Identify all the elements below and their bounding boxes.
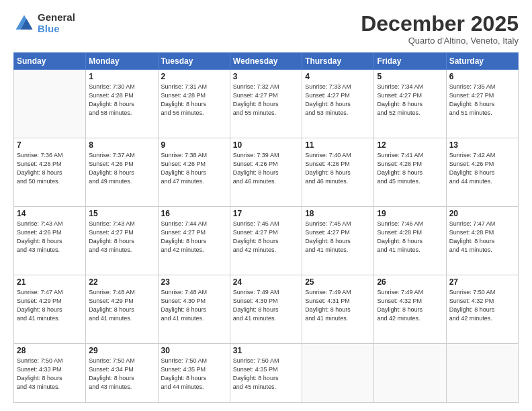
calendar-cell: 1Sunrise: 7:30 AM Sunset: 4:28 PM Daylig… xyxy=(86,70,158,138)
day-number: 2 xyxy=(161,72,227,81)
logo-general: General xyxy=(38,12,75,24)
calendar-cell: 21Sunrise: 7:47 AM Sunset: 4:29 PM Dayli… xyxy=(14,275,86,344)
week-row-1: 1Sunrise: 7:30 AM Sunset: 4:28 PM Daylig… xyxy=(14,70,519,138)
day-number: 31 xyxy=(233,346,299,355)
logo-blue: Blue xyxy=(38,24,75,35)
calendar-cell xyxy=(302,343,374,402)
day-number: 5 xyxy=(377,72,443,81)
day-number: 22 xyxy=(89,277,154,287)
calendar-cell: 16Sunrise: 7:44 AM Sunset: 4:27 PM Dayli… xyxy=(158,207,230,275)
day-info: Sunrise: 7:49 AM Sunset: 4:32 PM Dayligh… xyxy=(377,288,443,323)
logo-text: General Blue xyxy=(38,12,75,34)
day-info: Sunrise: 7:45 AM Sunset: 4:27 PM Dayligh… xyxy=(305,220,371,255)
calendar-cell xyxy=(374,343,446,402)
day-info: Sunrise: 7:37 AM Sunset: 4:26 PM Dayligh… xyxy=(89,151,154,186)
month-title: December 2025 xyxy=(361,12,519,36)
day-number: 14 xyxy=(17,209,83,218)
calendar-cell: 6Sunrise: 7:35 AM Sunset: 4:27 PM Daylig… xyxy=(446,70,518,138)
day-info: Sunrise: 7:49 AM Sunset: 4:31 PM Dayligh… xyxy=(305,288,371,323)
weekday-header-saturday: Saturday xyxy=(446,53,518,70)
day-number: 26 xyxy=(377,277,443,287)
calendar-cell: 15Sunrise: 7:43 AM Sunset: 4:27 PM Dayli… xyxy=(86,207,158,275)
calendar-cell: 19Sunrise: 7:46 AM Sunset: 4:28 PM Dayli… xyxy=(374,207,446,275)
day-info: Sunrise: 7:36 AM Sunset: 4:26 PM Dayligh… xyxy=(17,151,83,186)
week-row-2: 7Sunrise: 7:36 AM Sunset: 4:26 PM Daylig… xyxy=(14,138,519,207)
day-number: 24 xyxy=(233,277,299,287)
calendar-cell: 18Sunrise: 7:45 AM Sunset: 4:27 PM Dayli… xyxy=(302,207,374,275)
day-info: Sunrise: 7:38 AM Sunset: 4:26 PM Dayligh… xyxy=(161,151,227,186)
location-subtitle: Quarto d'Altino, Veneto, Italy xyxy=(361,36,519,46)
title-block: December 2025 Quarto d'Altino, Veneto, I… xyxy=(361,12,519,46)
day-number: 12 xyxy=(377,140,443,150)
calendar-cell: 27Sunrise: 7:50 AM Sunset: 4:32 PM Dayli… xyxy=(446,275,518,344)
calendar-cell: 30Sunrise: 7:50 AM Sunset: 4:35 PM Dayli… xyxy=(158,343,230,402)
calendar-cell: 12Sunrise: 7:41 AM Sunset: 4:26 PM Dayli… xyxy=(374,138,446,207)
day-number: 18 xyxy=(305,209,371,218)
day-info: Sunrise: 7:43 AM Sunset: 4:27 PM Dayligh… xyxy=(89,220,154,255)
day-info: Sunrise: 7:31 AM Sunset: 4:28 PM Dayligh… xyxy=(161,83,227,118)
calendar-cell: 2Sunrise: 7:31 AM Sunset: 4:28 PM Daylig… xyxy=(158,70,230,138)
day-info: Sunrise: 7:48 AM Sunset: 4:29 PM Dayligh… xyxy=(89,288,154,323)
day-info: Sunrise: 7:45 AM Sunset: 4:27 PM Dayligh… xyxy=(233,220,299,255)
day-number: 23 xyxy=(161,277,227,287)
calendar-cell xyxy=(446,343,518,402)
day-number: 29 xyxy=(89,346,154,355)
weekday-header-thursday: Thursday xyxy=(302,53,374,70)
day-info: Sunrise: 7:48 AM Sunset: 4:30 PM Dayligh… xyxy=(161,288,227,323)
calendar-cell xyxy=(14,70,86,138)
calendar-cell: 9Sunrise: 7:38 AM Sunset: 4:26 PM Daylig… xyxy=(158,138,230,207)
calendar-cell: 5Sunrise: 7:34 AM Sunset: 4:27 PM Daylig… xyxy=(374,70,446,138)
day-info: Sunrise: 7:46 AM Sunset: 4:28 PM Dayligh… xyxy=(377,220,443,255)
day-number: 1 xyxy=(89,72,154,81)
day-info: Sunrise: 7:35 AM Sunset: 4:27 PM Dayligh… xyxy=(449,83,515,118)
day-number: 30 xyxy=(161,346,227,355)
calendar-cell: 11Sunrise: 7:40 AM Sunset: 4:26 PM Dayli… xyxy=(302,138,374,207)
day-info: Sunrise: 7:49 AM Sunset: 4:30 PM Dayligh… xyxy=(233,288,299,323)
day-info: Sunrise: 7:43 AM Sunset: 4:26 PM Dayligh… xyxy=(17,220,83,255)
day-info: Sunrise: 7:50 AM Sunset: 4:33 PM Dayligh… xyxy=(17,357,83,392)
weekday-header-wednesday: Wednesday xyxy=(230,53,302,70)
weekday-header-sunday: Sunday xyxy=(14,53,86,70)
calendar-cell: 8Sunrise: 7:37 AM Sunset: 4:26 PM Daylig… xyxy=(86,138,158,207)
calendar-cell: 24Sunrise: 7:49 AM Sunset: 4:30 PM Dayli… xyxy=(230,275,302,344)
day-info: Sunrise: 7:30 AM Sunset: 4:28 PM Dayligh… xyxy=(89,83,154,118)
calendar-cell: 17Sunrise: 7:45 AM Sunset: 4:27 PM Dayli… xyxy=(230,207,302,275)
day-number: 25 xyxy=(305,277,371,287)
day-info: Sunrise: 7:33 AM Sunset: 4:27 PM Dayligh… xyxy=(305,83,371,118)
day-number: 28 xyxy=(17,346,83,355)
calendar-cell: 26Sunrise: 7:49 AM Sunset: 4:32 PM Dayli… xyxy=(374,275,446,344)
day-number: 8 xyxy=(89,140,154,150)
calendar-cell: 25Sunrise: 7:49 AM Sunset: 4:31 PM Dayli… xyxy=(302,275,374,344)
calendar-cell: 10Sunrise: 7:39 AM Sunset: 4:26 PM Dayli… xyxy=(230,138,302,207)
day-info: Sunrise: 7:39 AM Sunset: 4:26 PM Dayligh… xyxy=(233,151,299,186)
calendar-cell: 13Sunrise: 7:42 AM Sunset: 4:26 PM Dayli… xyxy=(446,138,518,207)
day-info: Sunrise: 7:44 AM Sunset: 4:27 PM Dayligh… xyxy=(161,220,227,255)
day-number: 6 xyxy=(449,72,515,81)
day-number: 19 xyxy=(377,209,443,218)
day-number: 21 xyxy=(17,277,83,287)
calendar-cell: 20Sunrise: 7:47 AM Sunset: 4:28 PM Dayli… xyxy=(446,207,518,275)
week-row-3: 14Sunrise: 7:43 AM Sunset: 4:26 PM Dayli… xyxy=(14,207,519,275)
week-row-5: 28Sunrise: 7:50 AM Sunset: 4:33 PM Dayli… xyxy=(14,343,519,402)
calendar-cell: 3Sunrise: 7:32 AM Sunset: 4:27 PM Daylig… xyxy=(230,70,302,138)
calendar-cell: 28Sunrise: 7:50 AM Sunset: 4:33 PM Dayli… xyxy=(14,343,86,402)
weekday-header-friday: Friday xyxy=(374,53,446,70)
day-number: 3 xyxy=(233,72,299,81)
day-info: Sunrise: 7:34 AM Sunset: 4:27 PM Dayligh… xyxy=(377,83,443,118)
logo: General Blue xyxy=(13,12,75,34)
day-info: Sunrise: 7:50 AM Sunset: 4:35 PM Dayligh… xyxy=(233,357,299,392)
day-info: Sunrise: 7:50 AM Sunset: 4:35 PM Dayligh… xyxy=(161,357,227,392)
day-number: 16 xyxy=(161,209,227,218)
day-info: Sunrise: 7:41 AM Sunset: 4:26 PM Dayligh… xyxy=(377,151,443,186)
day-info: Sunrise: 7:47 AM Sunset: 4:28 PM Dayligh… xyxy=(449,220,515,255)
day-info: Sunrise: 7:50 AM Sunset: 4:32 PM Dayligh… xyxy=(449,288,515,323)
day-number: 11 xyxy=(305,140,371,150)
weekday-header-tuesday: Tuesday xyxy=(158,53,230,70)
day-number: 15 xyxy=(89,209,154,218)
week-row-4: 21Sunrise: 7:47 AM Sunset: 4:29 PM Dayli… xyxy=(14,275,519,344)
day-number: 17 xyxy=(233,209,299,218)
calendar-cell: 14Sunrise: 7:43 AM Sunset: 4:26 PM Dayli… xyxy=(14,207,86,275)
day-info: Sunrise: 7:42 AM Sunset: 4:26 PM Dayligh… xyxy=(449,151,515,186)
calendar-table: SundayMondayTuesdayWednesdayThursdayFrid… xyxy=(13,52,519,403)
day-number: 20 xyxy=(449,209,515,218)
